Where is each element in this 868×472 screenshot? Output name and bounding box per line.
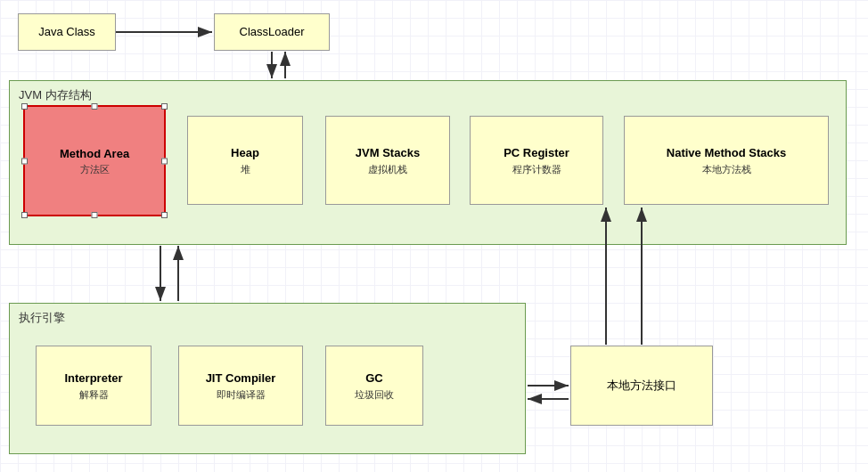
diagram: Java Class ClassLoader JVM 内存结构 Method A… <box>0 0 868 472</box>
method-area-label-en: Method Area <box>60 145 129 163</box>
interpreter-label-en: Interpreter <box>64 370 122 387</box>
jit-label-cn: 即时编译器 <box>217 387 266 403</box>
heap-box: Heap 堆 <box>187 116 303 205</box>
pc-register-box: PC Register 程序计数器 <box>470 116 603 205</box>
native-stacks-label-en: Native Method Stacks <box>667 144 786 162</box>
interpreter-label-cn: 解释器 <box>79 387 109 403</box>
pc-register-label-cn: 程序计数器 <box>512 162 561 177</box>
jit-label-en: JIT Compiler <box>206 370 276 387</box>
jvm-stacks-box: JVM Stacks 虚拟机栈 <box>325 116 450 205</box>
native-interface-box: 本地方法接口 <box>570 346 713 426</box>
java-class-box: Java Class <box>18 13 116 51</box>
heap-label-en: Heap <box>231 144 259 162</box>
classloader-box: ClassLoader <box>214 13 330 51</box>
interpreter-box: Interpreter 解释器 <box>36 346 151 426</box>
jit-compiler-box: JIT Compiler 即时编译器 <box>178 346 303 426</box>
jvm-stacks-label-en: JVM Stacks <box>356 144 420 162</box>
native-stacks-box: Native Method Stacks 本地方法栈 <box>624 116 829 205</box>
native-stacks-label-cn: 本地方法栈 <box>702 162 751 177</box>
exec-section-title: 执行引擎 <box>19 309 65 327</box>
jvm-stacks-label-cn: 虚拟机栈 <box>368 162 407 177</box>
java-class-label: Java Class <box>38 23 95 41</box>
gc-box: GC 垃圾回收 <box>325 346 423 426</box>
method-area-box: Method Area 方法区 <box>23 105 166 216</box>
method-area-label-cn: 方法区 <box>80 162 110 177</box>
gc-label-cn: 垃圾回收 <box>355 387 394 403</box>
classloader-label: ClassLoader <box>240 23 305 41</box>
heap-label-cn: 堆 <box>241 162 250 177</box>
native-interface-label: 本地方法接口 <box>607 377 676 395</box>
gc-label-en: GC <box>365 370 383 387</box>
pc-register-label-en: PC Register <box>504 144 569 162</box>
jvm-section-title: JVM 内存结构 <box>19 86 92 104</box>
